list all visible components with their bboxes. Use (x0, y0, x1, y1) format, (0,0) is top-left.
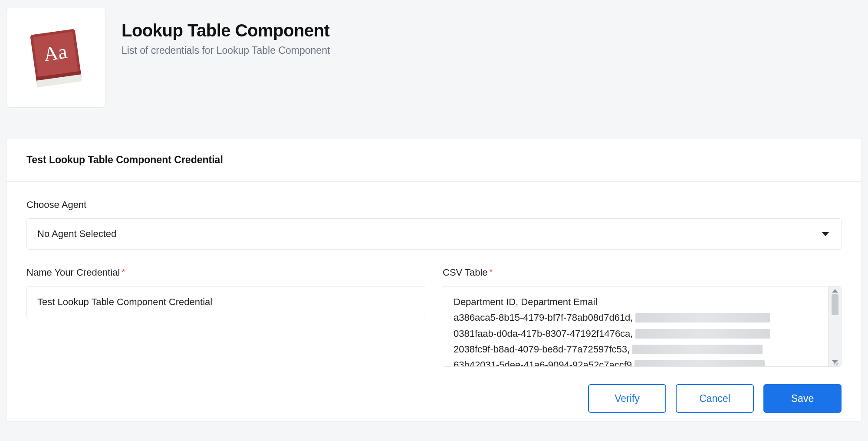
required-star-icon: * (490, 267, 493, 276)
csv-row-id: a386aca5-8b15-4179-bf7f-78ab08d7d61d, (454, 310, 633, 326)
choose-agent-select[interactable]: No Agent Selected (26, 218, 842, 250)
credential-card: Test Lookup Table Component Credential C… (6, 138, 862, 422)
csv-header-text: Department ID, Department Email (454, 294, 597, 310)
name-label-text: Name Your Credential (26, 267, 120, 278)
choose-agent-selected-text: No Agent Selected (37, 228, 116, 240)
scroll-down-icon (832, 360, 838, 364)
csv-row-id: 63b42031-5dee-41a6-9094-92a52c7accf9 (454, 357, 632, 367)
header-text-block: Lookup Table Component List of credentia… (122, 8, 330, 56)
redacted-email (635, 313, 770, 323)
page-header: Aa Lookup Table Component List of creden… (6, 8, 862, 108)
scroll-track (829, 293, 841, 360)
name-your-credential-label: Name Your Credential* (26, 267, 425, 278)
redacted-email (632, 345, 763, 354)
form-columns: Name Your Credential* CSV Table* Departm… (26, 267, 842, 367)
csv-row: 63b42031-5dee-41a6-9094-92a52c7accf9 (454, 357, 824, 367)
required-star-icon: * (122, 267, 125, 276)
redacted-email (635, 329, 770, 339)
card-title: Test Lookup Table Component Credential (7, 138, 861, 182)
name-column: Name Your Credential* (26, 267, 425, 367)
csv-row-id: 0381faab-d0da-417b-8307-47192f1476ca, (454, 326, 633, 342)
chevron-down-icon (822, 232, 829, 236)
csv-row: 2038fc9f-b8ad-4079-be8d-77a72597fc53, (454, 342, 824, 357)
scroll-thumb[interactable] (832, 294, 838, 315)
csv-table-label: CSV Table* (443, 267, 842, 278)
component-icon-card: Aa (6, 8, 106, 108)
dictionary-icon: Aa (21, 23, 91, 92)
page-subtitle: List of credentials for Lookup Table Com… (122, 45, 330, 56)
csv-row-id: 2038fc9f-b8ad-4079-be8d-77a72597fc53, (454, 342, 630, 357)
card-body: Choose Agent No Agent Selected Name Your… (7, 182, 861, 421)
page-title: Lookup Table Component (122, 21, 330, 40)
csv-row: a386aca5-8b15-4179-bf7f-78ab08d7d61d, (454, 310, 824, 326)
svg-text:Aa: Aa (42, 40, 68, 66)
credential-name-input[interactable] (26, 286, 425, 318)
csv-header-line: Department ID, Department Email (454, 294, 824, 310)
csv-table-textarea[interactable]: Department ID, Department Email a386aca5… (443, 286, 842, 367)
csv-label-text: CSV Table (443, 267, 488, 278)
csv-column: CSV Table* Department ID, Department Ema… (443, 267, 842, 367)
choose-agent-label: Choose Agent (26, 199, 842, 211)
cancel-button[interactable]: Cancel (676, 384, 754, 413)
csv-row: 0381faab-d0da-417b-8307-47192f1476ca, (454, 326, 824, 342)
verify-button[interactable]: Verify (588, 384, 666, 413)
csv-table-wrapper: Department ID, Department Email a386aca5… (443, 286, 842, 367)
save-button[interactable]: Save (763, 384, 842, 413)
scroll-up-icon (832, 289, 838, 293)
page-root: Aa Lookup Table Component List of creden… (0, 0, 868, 422)
redacted-email (635, 360, 765, 367)
button-row: Verify Cancel Save (26, 384, 842, 413)
csv-scrollbar[interactable] (828, 286, 841, 366)
